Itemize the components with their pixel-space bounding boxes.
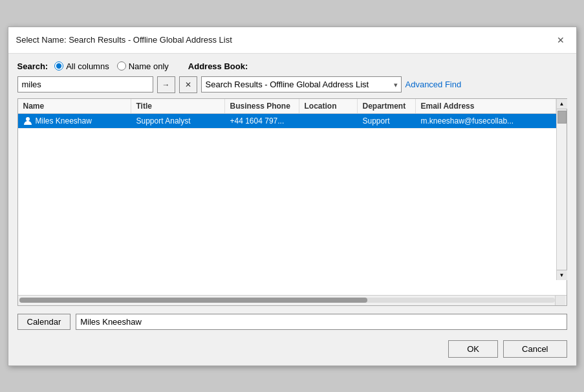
scroll-thumb[interactable] bbox=[557, 114, 567, 124]
select-name-dialog: Select Name: Search Results - Offline Gl… bbox=[8, 27, 577, 366]
cell-title: Support Analyst bbox=[131, 114, 225, 128]
cell-name: Miles Kneeshaw bbox=[18, 114, 131, 128]
svg-point-0 bbox=[26, 117, 30, 121]
table-row[interactable]: Miles Kneeshaw Support Analyst +44 1604 … bbox=[18, 114, 567, 129]
dialog-title: Select Name: Search Results - Offline Gl… bbox=[16, 35, 232, 45]
name-cell-text: Miles Kneeshaw bbox=[36, 116, 92, 125]
ok-button[interactable]: OK bbox=[448, 340, 498, 358]
clear-search-button[interactable]: ✕ bbox=[179, 76, 197, 93]
results-table: Name Title Business Phone Location Depar… bbox=[17, 98, 567, 306]
col-header-email: Email Address bbox=[416, 99, 556, 113]
cell-email: m.kneeshaw@fusecollab... bbox=[416, 114, 567, 128]
search-arrow-button[interactable]: → bbox=[157, 76, 175, 93]
v-scrollbar[interactable]: ▲ ▼ bbox=[556, 114, 567, 280]
address-book-select[interactable]: Search Results - Offline Global Address … bbox=[201, 76, 402, 93]
address-book-label: Address Book: bbox=[188, 61, 248, 71]
dialog-content: Search: All columns Name only Address Bo… bbox=[8, 54, 576, 365]
cancel-button[interactable]: Cancel bbox=[503, 340, 567, 358]
search-input[interactable] bbox=[17, 76, 153, 93]
person-icon bbox=[23, 116, 32, 125]
radio-name-only[interactable]: Name only bbox=[117, 61, 169, 71]
h-scrollbar-thumb[interactable] bbox=[19, 298, 367, 303]
input-row: → ✕ Search Results - Offline Global Addr… bbox=[17, 76, 567, 93]
search-row: Search: All columns Name only Address Bo… bbox=[17, 61, 567, 71]
radio-all-label: All columns bbox=[66, 61, 109, 71]
bottom-row: Calendar bbox=[17, 314, 567, 330]
col-header-dept: Department bbox=[358, 99, 416, 113]
radio-all-input[interactable] bbox=[54, 61, 63, 71]
address-book-wrapper: Search Results - Offline Global Address … bbox=[201, 76, 402, 93]
table-header: Name Title Business Phone Location Depar… bbox=[18, 99, 567, 114]
col-header-name: Name bbox=[18, 99, 131, 113]
h-scrollbar[interactable] bbox=[18, 295, 567, 305]
col-header-location: Location bbox=[299, 99, 358, 113]
radio-name-label: Name only bbox=[129, 61, 169, 71]
radio-all-columns[interactable]: All columns bbox=[54, 61, 109, 71]
selected-name-input[interactable] bbox=[76, 314, 567, 330]
title-bar: Select Name: Search Results - Offline Gl… bbox=[8, 27, 576, 54]
col-header-title: Title bbox=[131, 99, 225, 113]
calendar-button[interactable]: Calendar bbox=[17, 314, 71, 330]
cell-dept: Support bbox=[358, 114, 416, 128]
search-label: Search: bbox=[17, 61, 49, 71]
radio-name-input[interactable] bbox=[117, 61, 126, 71]
cell-location bbox=[299, 118, 358, 124]
radio-group: All columns Name only bbox=[54, 61, 169, 71]
advanced-find-link[interactable]: Advanced Find bbox=[406, 80, 462, 89]
close-button[interactable]: ✕ bbox=[553, 32, 568, 48]
cell-phone: +44 1604 797... bbox=[225, 114, 299, 128]
scroll-down-btn[interactable]: ▼ bbox=[557, 270, 567, 280]
table-body: Miles Kneeshaw Support Analyst +44 1604 … bbox=[18, 114, 567, 295]
scroll-track bbox=[557, 114, 567, 270]
col-header-phone: Business Phone bbox=[225, 99, 299, 113]
ok-cancel-row: OK Cancel bbox=[17, 340, 567, 360]
h-scrollbar-track bbox=[19, 298, 555, 303]
